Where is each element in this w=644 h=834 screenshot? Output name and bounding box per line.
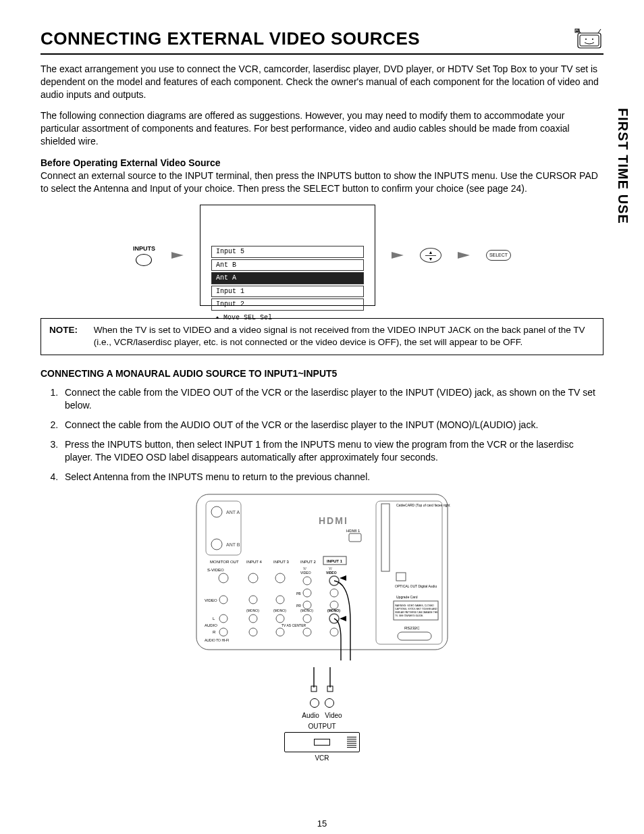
list-item: Select Antenna from the INPUTS menu to r… <box>61 471 603 484</box>
steps-list: Connect the cable from the VIDEO OUT of … <box>47 386 603 483</box>
svg-marker-72 <box>340 575 346 581</box>
svg-text:TV AS CENTER: TV AS CENTER <box>281 623 306 627</box>
audio-jack-icon <box>310 698 319 708</box>
svg-rect-60 <box>381 504 390 571</box>
svg-point-19 <box>248 573 258 583</box>
svg-text:VIDEO: VIDEO <box>326 571 337 575</box>
svg-point-7 <box>211 506 222 517</box>
svg-text:OPTICAL OUT
Digital Audio: OPTICAL OUT Digital Audio <box>395 584 437 588</box>
audio-label: Audio <box>302 712 319 719</box>
arrow-icon <box>458 252 470 259</box>
menu-hint: ✦ Move SEL Sel <box>211 312 364 324</box>
menu-item: Input 2 <box>211 298 364 311</box>
arrow-icon <box>171 252 184 259</box>
vcr-icon <box>284 732 360 752</box>
cursor-pad-icon: ▲▼ <box>420 248 441 263</box>
menu-item: Input 1 <box>211 286 364 298</box>
menu-item: Input 5 <box>211 246 364 258</box>
inputs-menu-diagram: INPUTS Input 5 Ant B Ant A Input 1 Input… <box>41 205 603 306</box>
svg-text:L: L <box>213 617 215 621</box>
svg-text:INPUT 2: INPUT 2 <box>300 560 317 564</box>
svg-text:S-VIDEO: S-VIDEO <box>207 568 224 572</box>
svg-text:INPUT 4: INPUT 4 <box>246 560 263 564</box>
svg-text:HDMI 1: HDMI 1 <box>346 529 360 533</box>
note-label: NOTE: <box>49 324 91 336</box>
svg-point-36 <box>276 615 284 623</box>
svg-rect-57 <box>349 533 361 542</box>
svg-text:(MONO): (MONO) <box>327 608 340 613</box>
svg-point-27 <box>303 589 311 597</box>
before-operating-body: Connect an external source to the INPUT … <box>41 170 603 195</box>
svg-point-18 <box>219 573 228 583</box>
svg-point-28 <box>330 589 338 597</box>
svg-point-39 <box>219 628 227 636</box>
svg-text:WARNING: VIDEO GAMES, CLOSED: WARNING: VIDEO GAMES, CLOSED <box>395 604 434 607</box>
svg-rect-62 <box>396 573 406 581</box>
svg-rect-1 <box>580 35 599 46</box>
svg-text:INPUT 1: INPUT 1 <box>327 559 343 563</box>
video-jack-icon <box>325 698 334 708</box>
svg-point-32 <box>249 596 257 604</box>
svg-marker-73 <box>340 616 346 621</box>
svg-point-33 <box>276 596 284 604</box>
svg-point-9 <box>211 539 222 550</box>
intro-paragraph-2: The following connection diagrams are of… <box>41 109 603 148</box>
before-operating-head: Before Operating External Video Source <box>41 157 603 170</box>
page-title: CONNECTING EXTERNAL VIDEO SOURCES <box>41 27 420 51</box>
list-item: Connect the cable from the AUDIO OUT of … <box>61 419 603 432</box>
page-number: 15 <box>317 818 327 830</box>
svg-point-2 <box>585 38 587 40</box>
svg-text:AUDIO: AUDIO <box>205 623 217 627</box>
section-tab: FIRST TIME USE <box>614 108 632 224</box>
svg-text:PR: PR <box>296 604 301 608</box>
inputs-button-label: INPUTS <box>133 244 155 253</box>
svg-point-43 <box>330 628 338 636</box>
svg-point-37 <box>303 615 311 623</box>
select-button-icon: SELECT <box>486 250 511 260</box>
svg-text:(MONO): (MONO) <box>246 608 259 613</box>
svg-point-25 <box>303 577 311 585</box>
svg-text:VIDEO: VIDEO <box>205 598 217 602</box>
svg-text:TV. SEE OWNER'S GUIDE.: TV. SEE OWNER'S GUIDE. <box>395 615 423 617</box>
note-text: When the TV is set to VIDEO and a video … <box>94 324 587 348</box>
menu-item: Ant B <box>211 259 364 271</box>
vcr-label: VCR <box>315 754 329 763</box>
svg-text:HDMI: HDMI <box>319 515 348 526</box>
svg-text:(MONO): (MONO) <box>300 608 313 613</box>
svg-rect-71 <box>398 632 431 640</box>
svg-text:(MONO): (MONO) <box>273 608 286 613</box>
svg-point-40 <box>249 628 257 636</box>
svg-point-20 <box>275 573 285 583</box>
svg-point-34 <box>219 615 227 623</box>
svg-text:R: R <box>213 630 216 634</box>
svg-text:PB: PB <box>296 592 301 596</box>
svg-text:RS232C: RS232C <box>404 626 420 630</box>
svg-rect-6 <box>206 501 241 555</box>
svg-text:Upgrade Card: Upgrade Card <box>396 595 418 599</box>
tv-cartoon-icon <box>574 28 603 51</box>
svg-rect-59 <box>376 501 442 644</box>
svg-point-3 <box>592 38 593 40</box>
svg-text:SIMILAR PATTERNS CAN DAMAGE TH: SIMILAR PATTERNS CAN DAMAGE THE <box>395 611 438 614</box>
svg-text:MONITOR OUT: MONITOR OUT <box>210 560 239 564</box>
list-item: Press the INPUTS button, then select INP… <box>61 438 603 464</box>
inputs-button-icon <box>136 254 152 266</box>
svg-point-42 <box>303 628 311 636</box>
svg-text:AUDIO
TO HI-FI: AUDIO TO HI-FI <box>205 638 229 642</box>
arrow-icon <box>392 252 404 259</box>
svg-text:ANT A: ANT A <box>226 510 240 515</box>
vcr-diagram: Audio Video OUTPUT VCR <box>284 667 360 763</box>
svg-text:CableCARD
(Top of card faces r: CableCARD (Top of card faces right) <box>396 503 450 507</box>
svg-point-41 <box>276 628 284 636</box>
output-label: OUTPUT <box>308 722 336 731</box>
note-box: NOTE: When the TV is set to VIDEO and a … <box>41 318 603 355</box>
list-item: Connect the cable from the VIDEO OUT of … <box>61 386 603 412</box>
video-label: Video <box>325 712 342 719</box>
monaural-section-head: CONNECTING A MONAURAL AUDIO SOURCE TO IN… <box>41 367 603 380</box>
svg-point-35 <box>249 615 257 623</box>
svg-text:VIDEO: VIDEO <box>300 571 311 575</box>
onscreen-inputs-menu: Input 5 Ant B Ant A Input 1 Input 2 ✦ Mo… <box>200 205 375 306</box>
intro-paragraph-1: The exact arrangement you use to connect… <box>41 63 603 101</box>
svg-point-31 <box>219 596 227 604</box>
svg-text:INPUT 3: INPUT 3 <box>273 560 290 564</box>
